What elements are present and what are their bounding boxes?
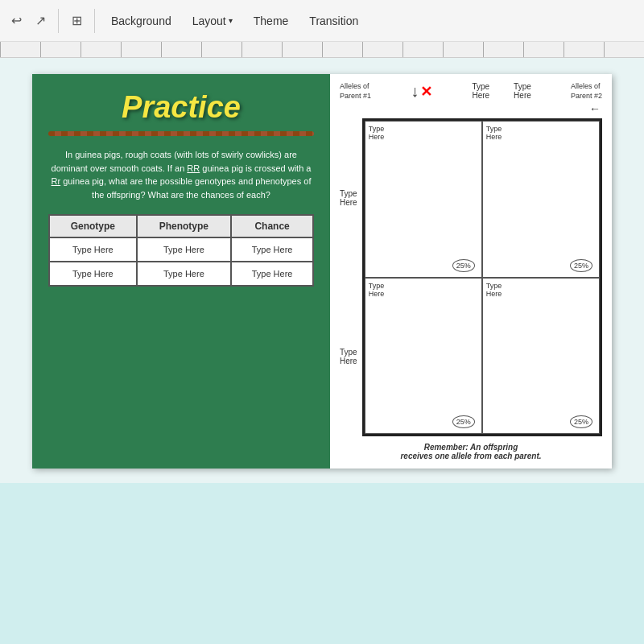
slide-body-text: In guinea pigs, rough coats (with lots o…: [48, 148, 314, 201]
chevron-down-icon: ▾: [229, 16, 233, 25]
undo-icon[interactable]: ↩: [6, 11, 26, 31]
red-x-icon: ✕: [420, 83, 432, 101]
right-arrow-icon: ←: [589, 102, 601, 115]
remember-text: Remember: An offspring receives one alle…: [340, 443, 602, 460]
down-arrow-icon: ↓: [411, 82, 419, 101]
punnett-percent-3: 25%: [452, 415, 475, 428]
genotype-table: Genotype Phenotype Chance Type Here Type…: [48, 214, 314, 287]
col-header-genotype: Genotype: [49, 215, 137, 237]
table-cell[interactable]: Type Here: [137, 262, 232, 286]
ruler: [0, 42, 644, 58]
punnett-percent-4: 25%: [570, 415, 592, 428]
add-icon[interactable]: ⊞: [67, 11, 86, 31]
toolbar: ↩ ↗ ⊞ Background Layout ▾ Theme Transiti…: [0, 0, 644, 42]
punnett-grid: Type Here 25% Type Here 25% Type Here 25…: [362, 118, 602, 436]
divider-1: [58, 9, 59, 33]
table-cell[interactable]: Type Here: [49, 237, 137, 262]
punnett-cell-3[interactable]: Type Here 25%: [365, 278, 482, 434]
table-row: Type Here Type Here Type Here: [49, 262, 313, 286]
table-cell[interactable]: Type Here: [49, 262, 137, 286]
background-button[interactable]: Background: [103, 11, 180, 31]
bottom-background: [0, 483, 644, 644]
slide-divider: [48, 131, 314, 136]
arrow-icon[interactable]: ↗: [31, 11, 50, 31]
punnett-percent-1: 25%: [452, 259, 475, 272]
divider-2: [94, 9, 95, 33]
left-label-1[interactable]: Type Here: [340, 189, 357, 207]
col-header-chance: Chance: [231, 215, 313, 237]
table-cell[interactable]: Type Here: [137, 237, 232, 262]
slide-area: Practice In guinea pigs, rough coats (wi…: [0, 58, 644, 504]
punnett-cell-1[interactable]: Type Here 25%: [365, 121, 482, 277]
parent1-label: Alleles of Parent #1: [340, 82, 371, 101]
table-row: Type Here Type Here Type Here: [49, 237, 313, 262]
col-header-phenotype: Phenotype: [137, 215, 232, 237]
slide-title: Practice: [48, 90, 314, 125]
layout-button[interactable]: Layout ▾: [184, 11, 241, 31]
top-label-1[interactable]: Type Here: [472, 82, 489, 100]
punnett-percent-2: 25%: [570, 259, 592, 272]
table-cell[interactable]: Type Here: [231, 237, 313, 262]
slide-right-panel: Alleles of Parent #1 ↓ ✕ Type Here Type …: [330, 74, 612, 469]
slide-left-panel: Practice In guinea pigs, rough coats (wi…: [32, 74, 330, 469]
top-label-2[interactable]: Type Here: [514, 82, 531, 100]
parent2-label: Alleles of Parent #2: [571, 82, 602, 101]
theme-button[interactable]: Theme: [246, 11, 297, 31]
left-label-2[interactable]: Type Here: [340, 348, 357, 365]
punnett-cell-2[interactable]: Type Here 25%: [482, 121, 600, 277]
slide: Practice In guinea pigs, rough coats (wi…: [32, 74, 612, 469]
punnett-cell-4[interactable]: Type Here 25%: [482, 278, 600, 434]
table-cell[interactable]: Type Here: [231, 262, 313, 286]
transition-button[interactable]: Transition: [301, 11, 366, 31]
